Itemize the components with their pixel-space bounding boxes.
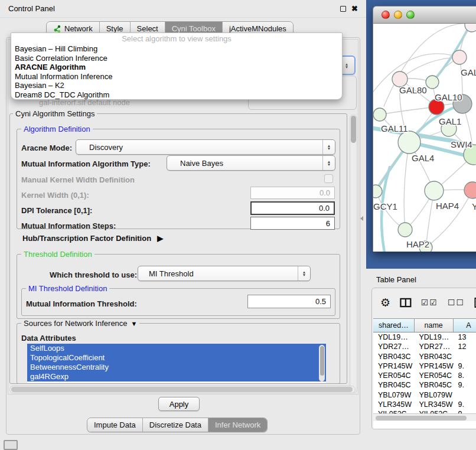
network-node-label: GAL80 xyxy=(399,85,427,95)
network-graph: GALGAL80GAL10GAL1GAL11SWI4GAL4GCY1HAP4YH… xyxy=(373,24,476,252)
restore-panel-icon[interactable] xyxy=(4,440,18,450)
settings-gear-icon[interactable]: ⚙ xyxy=(380,297,390,308)
table-cell[interactable]: 9. xyxy=(454,380,476,390)
table-cell[interactable]: YIL052C xyxy=(373,409,415,413)
table-cell[interactable]: 9. xyxy=(454,361,476,371)
table-cell[interactable]: YDL19… xyxy=(415,332,454,342)
settings-horizontal-scroll-thumb[interactable] xyxy=(11,387,353,392)
table-horizontal-scroll-thumb[interactable] xyxy=(376,416,467,420)
table-panel-section: Table Panel ⚙ ☑☑ ☐☐ shared…nameA YDL19…Y… xyxy=(366,269,476,450)
table-cell[interactable]: YPR145W xyxy=(415,361,454,371)
tab-discretize-data[interactable]: Discretize Data xyxy=(143,418,208,432)
table-cell[interactable]: YPR145W xyxy=(373,361,415,371)
collapse-down-icon: ▼ xyxy=(131,320,138,327)
algorithm-option[interactable]: Mutual Information Inference xyxy=(11,72,342,81)
table-horizontal-scrollbar[interactable] xyxy=(373,413,476,421)
network-icon xyxy=(53,25,61,32)
algorithm-option[interactable]: Bayesian – Hill Climbing xyxy=(11,44,342,54)
network-node-HAP4[interactable] xyxy=(425,181,444,200)
which-threshold-value: MI Threshold xyxy=(149,269,194,278)
table-cell[interactable]: YLR345W xyxy=(415,400,454,409)
close-icon[interactable]: ✖ xyxy=(351,6,358,12)
table-cell[interactable] xyxy=(454,352,476,361)
sources-group-title[interactable]: Sources for Network Inference▼ xyxy=(21,319,139,328)
table-column-header[interactable]: A xyxy=(454,319,476,332)
aracne-mode-select[interactable]: Discovery ▲▼ xyxy=(76,139,335,155)
attribute-list-item[interactable]: TopologicalCoefficient xyxy=(27,353,326,363)
mi-threshold-field[interactable]: 0.5 xyxy=(247,295,331,308)
table-cell[interactable]: 9. xyxy=(454,409,476,413)
network-node-GAL10[interactable] xyxy=(426,76,439,89)
dpi-tolerance-field[interactable]: 0.0 xyxy=(250,201,335,215)
float-panel-icon[interactable] xyxy=(340,6,346,12)
network-view-window[interactable]: GALGAL80GAL10GAL1GAL11SWI4GAL4GCY1HAP4YH… xyxy=(373,6,476,252)
table-cell[interactable]: YBL079W xyxy=(373,390,415,400)
network-node-GAL11[interactable] xyxy=(373,108,386,121)
zoom-traffic-light-icon[interactable] xyxy=(406,11,415,19)
network-node-GAL4[interactable] xyxy=(398,131,420,154)
table-column-header[interactable]: name xyxy=(415,319,454,332)
table-cell[interactable]: 12 xyxy=(454,342,476,351)
table-cell[interactable]: YER054C xyxy=(373,371,415,380)
attribute-list-item[interactable]: gal4RGexp xyxy=(27,372,326,381)
which-threshold-select[interactable]: MI Threshold ▲▼ xyxy=(138,266,311,281)
column-layout-icon[interactable] xyxy=(400,298,412,308)
manual-kernel-checkbox[interactable] xyxy=(324,174,333,183)
algorithm-option[interactable]: Basic Correlation Inference xyxy=(11,54,342,63)
network-window-titlebar[interactable] xyxy=(373,6,476,24)
hub-definition-expander[interactable]: Hub/Transcription Factor Definition ▶ xyxy=(22,234,163,243)
table-cell[interactable]: YDR27… xyxy=(373,342,415,351)
settings-group-title: Cyni Algorithm Settings xyxy=(13,109,97,118)
control-panel-titlebar: Control Panel ✖ xyxy=(0,0,366,18)
node-table-panel: ⚙ ☑☑ ☐☐ shared…nameA YDL19…YDL19…13YDR27… xyxy=(371,288,476,429)
table-cell[interactable]: 8. xyxy=(454,371,476,380)
network-node-salmon-node[interactable] xyxy=(464,182,476,198)
mi-steps-field[interactable]: 6 xyxy=(250,217,335,230)
mi-type-label: Mutual Information Algorithm Type: xyxy=(21,159,151,168)
table-cell[interactable] xyxy=(454,390,476,400)
table-cell[interactable]: YIL052C xyxy=(415,409,454,413)
tab-label: Cyni Toolbox xyxy=(172,24,216,33)
network-edge xyxy=(380,107,436,115)
table-cell[interactable]: YBL079W xyxy=(415,390,454,400)
combo-arrows-icon: ▲▼ xyxy=(298,266,310,281)
table-cell[interactable]: YBR045C xyxy=(373,380,415,390)
table-cell[interactable]: YBR043C xyxy=(415,352,454,361)
algorithm-option[interactable]: Dream8 DC_TDC Algorithm xyxy=(11,90,342,100)
tab-label: jActiveMNodules xyxy=(229,24,286,33)
table-cell[interactable]: YBR045C xyxy=(415,380,454,390)
settings-vertical-scrollbar[interactable] xyxy=(350,115,357,393)
algorithm-option[interactable]: ARACNE Algorithm xyxy=(11,63,342,72)
network-canvas[interactable]: GALGAL80GAL10GAL1GAL11SWI4GAL4GCY1HAP4YH… xyxy=(373,24,476,252)
manual-kernel-label: Manual Kernel Width Definition xyxy=(21,175,135,184)
deselect-all-checkboxes-icon[interactable]: ☐☐ xyxy=(448,298,465,307)
settings-vertical-scroll-thumb[interactable] xyxy=(351,116,356,143)
tab-infer-network[interactable]: Infer Network xyxy=(208,418,267,432)
panel-divider-handle[interactable] xyxy=(360,216,363,221)
table-cell[interactable]: YLR345W xyxy=(373,400,415,409)
close-traffic-light-icon[interactable] xyxy=(382,11,390,19)
apply-button[interactable]: Apply xyxy=(158,397,200,411)
algorithm-option[interactable]: Bayesian – K2 xyxy=(11,81,342,90)
table-cell[interactable]: YDR27… xyxy=(415,342,454,351)
network-node-pink-upper[interactable] xyxy=(452,50,467,64)
network-edge xyxy=(461,241,476,252)
minimize-traffic-light-icon[interactable] xyxy=(394,11,402,19)
table-column-header[interactable]: shared… xyxy=(373,319,415,332)
network-node-GCY1[interactable] xyxy=(373,185,382,198)
table-cell[interactable]: 13 xyxy=(454,332,476,342)
table-cell[interactable]: 9. xyxy=(454,400,476,409)
mi-type-select[interactable]: Naive Bayes ▲▼ xyxy=(167,155,335,171)
table-cell[interactable]: YBR043C xyxy=(373,352,415,361)
network-node-label: GCY1 xyxy=(373,201,397,211)
network-node-HAP2[interactable] xyxy=(398,223,412,237)
attributes-list-scroll-thumb[interactable] xyxy=(320,346,324,376)
tab-impute-data[interactable]: Impute Data xyxy=(87,418,143,432)
attribute-list-item[interactable]: SelfLoops xyxy=(27,344,326,353)
kernel-width-field[interactable]: 0.0 xyxy=(250,187,335,199)
table-cell[interactable]: YDL19… xyxy=(373,332,415,342)
attribute-list-item[interactable]: BetweennessCentrality xyxy=(27,363,326,372)
select-all-checkboxes-icon[interactable]: ☑☑ xyxy=(421,298,438,307)
table-cell[interactable]: YER054C xyxy=(415,371,454,380)
tab-label: Discretize Data xyxy=(149,420,201,429)
